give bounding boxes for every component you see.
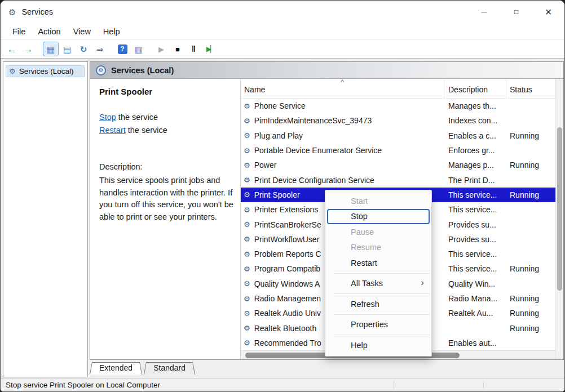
service-status: Running	[506, 294, 555, 303]
service-row[interactable]: ⚙PimIndexMaintenanceSvc_39473 Indexes co…	[241, 113, 555, 128]
back-icon: ←	[7, 44, 17, 54]
status-divider	[394, 381, 394, 389]
menu-bar: File Action View Help	[1, 23, 564, 40]
tree-item-services-local[interactable]: ⚙ Services (Local)	[6, 65, 85, 77]
properties-button[interactable]: ▤	[59, 42, 75, 56]
service-row[interactable]: ⚙Print Device Configuration Service The …	[241, 172, 555, 187]
service-name: Printer Extensions	[254, 205, 319, 214]
service-name: Power	[254, 161, 277, 170]
help-button[interactable]: ?	[114, 42, 130, 56]
menu-item-label: Restart	[351, 259, 377, 268]
menu-view[interactable]: View	[67, 25, 97, 38]
service-description: Enforces gr...	[444, 146, 506, 155]
forward-button[interactable]: →	[20, 42, 36, 56]
menu-item-restart[interactable]: Restart	[325, 255, 431, 271]
pause-service-button[interactable]: ‖	[186, 42, 202, 56]
menu-item-label: Pause	[351, 228, 374, 237]
stop-service-button[interactable]: ■	[170, 42, 186, 56]
column-label-description: Description	[448, 85, 488, 94]
service-name: Phone Service	[254, 101, 306, 110]
service-name-cell: ⚙Power	[241, 161, 444, 170]
service-status: Running	[506, 190, 555, 199]
submenu-arrow-icon: ›	[421, 277, 424, 288]
service-gear-icon: ⚙	[244, 162, 250, 169]
close-button[interactable]: ×	[532, 1, 564, 23]
minimize-button[interactable]: ─	[468, 1, 500, 23]
start-service-button[interactable]: ▶	[153, 42, 169, 56]
service-actions: Stop the service Restart the service	[99, 111, 236, 136]
menu-item-start[interactable]: Start	[325, 193, 431, 209]
toolbar: ←→▦▤↻⇒?▥▶■‖▶▏	[1, 40, 564, 59]
stop-service-link[interactable]: Stop	[99, 113, 116, 122]
service-gear-icon: ⚙	[244, 117, 250, 124]
service-name: Recommended Tro	[254, 338, 321, 348]
tree-item-label: Services (Local)	[19, 67, 74, 75]
menu-item-refresh[interactable]: Refresh	[325, 296, 431, 312]
status-text: Stop service Print Spooler on Local Comp…	[6, 381, 160, 389]
column-header-description[interactable]: Description	[444, 79, 506, 98]
menu-file[interactable]: File	[6, 25, 32, 38]
service-description: This service...	[444, 264, 506, 273]
vertical-scrollbar-thumb[interactable]	[557, 127, 562, 291]
maximize-button[interactable]: □	[500, 1, 532, 23]
restart-service-link[interactable]: Restart	[99, 126, 126, 135]
status-divider	[483, 381, 484, 389]
back-button[interactable]: ←	[4, 42, 20, 56]
menu-item-resume[interactable]: Resume	[325, 240, 431, 256]
tab-standard[interactable]: Standard	[144, 361, 195, 375]
service-name-cell: ⚙Portable Device Enumerator Service	[241, 146, 444, 155]
services-header-icon: ⚙	[96, 65, 106, 75]
service-gear-icon: ⚙	[244, 310, 250, 317]
list-header: ^ Name Description Status	[241, 79, 555, 99]
service-row[interactable]: ⚙Portable Device Enumerator Service Enfo…	[241, 143, 555, 158]
menu-item-properties[interactable]: Properties	[325, 317, 431, 333]
menu-help[interactable]: Help	[97, 25, 126, 38]
service-status: Running	[506, 131, 555, 140]
restart-service-button[interactable]: ▶▏	[202, 42, 218, 56]
show-action-pane-button[interactable]: ▥	[131, 42, 147, 56]
description-text: This service spools print jobs and handl…	[99, 175, 236, 223]
service-description: Provides su...	[444, 220, 506, 229]
close-icon: ×	[545, 6, 552, 19]
service-gear-icon: ⚙	[244, 280, 250, 287]
service-gear-icon: ⚙	[244, 265, 250, 273]
menu-item-label: Start	[351, 197, 368, 206]
menu-item-help[interactable]: Help	[325, 337, 431, 353]
service-gear-icon: ⚙	[244, 103, 250, 110]
service-description: Provides su...	[444, 235, 506, 244]
menu-item-label: Stop	[351, 212, 368, 221]
service-row[interactable]: ⚙Plug and Play Enables a c... Running	[241, 128, 555, 143]
toolbar-group-gap	[147, 49, 153, 50]
refresh-button[interactable]: ↻	[76, 42, 91, 56]
service-row[interactable]: ⚙Phone Service Manages th...	[241, 99, 555, 113]
service-description: Manages p...	[444, 161, 506, 170]
menu-item-stop[interactable]: Stop	[327, 209, 430, 225]
menu-item-all-tasks[interactable]: All Tasks›	[325, 276, 431, 292]
menu-item-label: Help	[351, 341, 368, 350]
toolbar-group-gap	[37, 49, 43, 50]
service-gear-icon: ⚙	[244, 295, 250, 302]
service-name: PimIndexMaintenanceSvc_39473	[254, 116, 372, 125]
tab-extended[interactable]: Extended	[90, 361, 142, 375]
service-gear-icon: ⚙	[244, 251, 250, 258]
stop-action-suffix: the service	[116, 113, 158, 122]
service-row[interactable]: ⚙Power Manages p... Running	[241, 158, 555, 172]
sort-ascending-icon: ^	[241, 79, 444, 86]
menu-item-pause[interactable]: Pause	[325, 224, 431, 240]
service-gear-icon: ⚙	[244, 191, 250, 198]
menu-action[interactable]: Action	[32, 25, 67, 38]
console-tree-panel: ⚙ Services (Local)	[3, 61, 88, 377]
vertical-scrollbar[interactable]	[555, 79, 563, 359]
menu-item-label: Refresh	[351, 300, 379, 309]
status-bar: Stop service Print Spooler on Local Comp…	[1, 378, 564, 391]
column-header-status[interactable]: Status	[506, 79, 555, 98]
menu-separator	[333, 273, 430, 274]
restart-action-line: Restart the service	[99, 124, 236, 137]
service-name-cell: ⚙Print Device Configuration Service	[241, 176, 444, 185]
export-list-button[interactable]: ⇒	[92, 42, 108, 56]
service-gear-icon: ⚙	[244, 221, 250, 228]
column-header-name[interactable]: ^ Name	[241, 79, 444, 98]
pause-service-icon: ‖	[192, 45, 196, 53]
show-console-tree-button[interactable]: ▦	[43, 42, 59, 56]
selected-service-title: Print Spooler	[99, 87, 236, 96]
